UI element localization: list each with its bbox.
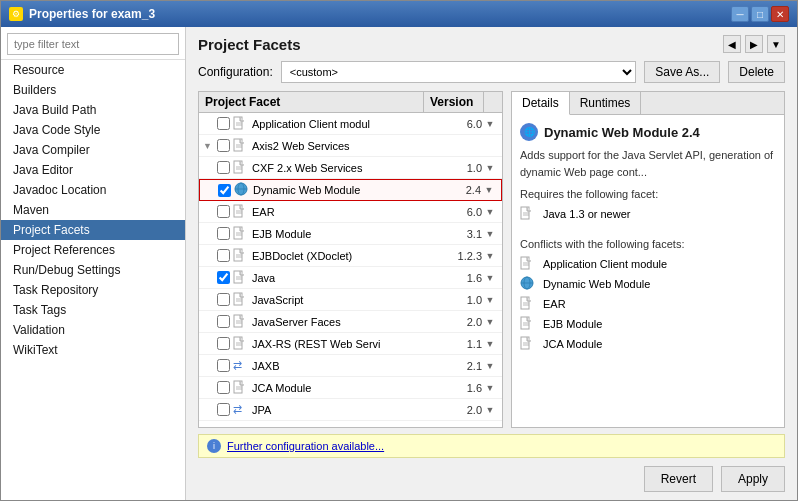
- version-dropdown-icon[interactable]: ▼: [482, 119, 498, 129]
- facet-checkbox[interactable]: [217, 315, 230, 328]
- sidebar-item-java-editor[interactable]: Java Editor: [1, 160, 185, 180]
- facet-version: 1.1: [446, 338, 482, 350]
- version-dropdown-icon[interactable]: ▼: [482, 361, 498, 371]
- sidebar-item-task-tags[interactable]: Task Tags: [1, 300, 185, 320]
- sidebar-item-java-code-style[interactable]: Java Code Style: [1, 120, 185, 140]
- facet-row[interactable]: Java1.6▼: [199, 267, 502, 289]
- facet-checkbox[interactable]: [217, 293, 230, 306]
- nav-dropdown-button[interactable]: ▼: [767, 35, 785, 53]
- search-input[interactable]: [7, 33, 179, 55]
- sidebar-item-project-facets[interactable]: Project Facets: [1, 220, 185, 240]
- facet-name: JavaServer Faces: [252, 316, 446, 328]
- facet-row[interactable]: Dynamic Web Module2.4▼: [199, 179, 502, 201]
- facet-version: 1.0: [446, 162, 482, 174]
- facet-version: 1.6: [446, 382, 482, 394]
- close-button[interactable]: ✕: [771, 6, 789, 22]
- nav-back-button[interactable]: ◀: [723, 35, 741, 53]
- sidebar-item-javadoc-location[interactable]: Javadoc Location: [1, 180, 185, 200]
- facet-row[interactable]: EAR6.0▼: [199, 201, 502, 223]
- version-dropdown-icon[interactable]: ▼: [482, 295, 498, 305]
- page-icon: [233, 248, 249, 264]
- facet-version: 3.1: [446, 228, 482, 240]
- page-icon: [520, 316, 536, 332]
- version-dropdown-icon[interactable]: ▼: [482, 339, 498, 349]
- info-link[interactable]: Further configuration available...: [227, 440, 384, 452]
- facet-name: Java: [252, 272, 446, 284]
- sidebar-item-builders[interactable]: Builders: [1, 80, 185, 100]
- page-icon: [233, 204, 249, 220]
- version-dropdown-icon[interactable]: ▼: [482, 273, 498, 283]
- page-icon: [233, 336, 249, 352]
- sidebar-item-java-build-path[interactable]: Java Build Path: [1, 100, 185, 120]
- facet-version: 6.0: [446, 206, 482, 218]
- version-dropdown-icon[interactable]: ▼: [482, 207, 498, 217]
- facet-version: 6.0: [446, 118, 482, 130]
- version-dropdown-icon[interactable]: ▼: [482, 405, 498, 415]
- nav-forward-button[interactable]: ▶: [745, 35, 763, 53]
- details-module-title: 🌐 Dynamic Web Module 2.4: [520, 123, 776, 141]
- facet-row[interactable]: JavaServer Faces2.0▼: [199, 311, 502, 333]
- facet-checkbox[interactable]: [217, 403, 230, 416]
- details-tab-details[interactable]: Details: [512, 92, 570, 115]
- conflict-item-label: EJB Module: [543, 318, 602, 330]
- facet-checkbox[interactable]: [218, 184, 231, 197]
- facet-row[interactable]: Application Client modul6.0▼: [199, 113, 502, 135]
- facet-row[interactable]: EJBDoclet (XDoclet)1.2.3▼: [199, 245, 502, 267]
- minimize-button[interactable]: ─: [731, 6, 749, 22]
- facet-checkbox[interactable]: [217, 117, 230, 130]
- facet-checkbox[interactable]: [217, 161, 230, 174]
- facet-checkbox[interactable]: [217, 359, 230, 372]
- version-dropdown-icon[interactable]: ▼: [482, 229, 498, 239]
- facet-row[interactable]: CXF 2.x Web Services1.0▼: [199, 157, 502, 179]
- facet-version: 2.1: [446, 360, 482, 372]
- sidebar-item-wikitext[interactable]: WikiText: [1, 340, 185, 360]
- facet-version: 1.6: [446, 272, 482, 284]
- info-icon: i: [207, 439, 221, 453]
- revert-button[interactable]: Revert: [644, 466, 713, 492]
- config-select[interactable]: <custom>: [281, 61, 637, 83]
- version-dropdown-icon[interactable]: ▼: [482, 383, 498, 393]
- facet-row[interactable]: ▼Axis2 Web Services: [199, 135, 502, 157]
- facet-checkbox[interactable]: [217, 139, 230, 152]
- facet-row[interactable]: JavaScript1.0▼: [199, 289, 502, 311]
- arrows-icon: ⇄: [233, 358, 249, 374]
- save-as-button[interactable]: Save As...: [644, 61, 720, 83]
- sidebar-item-task-repository[interactable]: Task Repository: [1, 280, 185, 300]
- facet-row[interactable]: JCA Module1.6▼: [199, 377, 502, 399]
- apply-button[interactable]: Apply: [721, 466, 785, 492]
- details-tab-runtimes[interactable]: Runtimes: [570, 92, 642, 114]
- facet-name: JPA: [252, 404, 446, 416]
- sidebar-item-resource[interactable]: Resource: [1, 60, 185, 80]
- version-dropdown-icon[interactable]: ▼: [482, 317, 498, 327]
- facet-checkbox[interactable]: [217, 227, 230, 240]
- facet-row[interactable]: ⇄JAXB2.1▼: [199, 355, 502, 377]
- facet-name: Dynamic Web Module: [253, 184, 445, 196]
- sidebar-item-validation[interactable]: Validation: [1, 320, 185, 340]
- facet-name: JAXB: [252, 360, 446, 372]
- main-area: Project Facets ◀ ▶ ▼ Configuration: <cus…: [186, 27, 797, 500]
- facet-checkbox[interactable]: [217, 249, 230, 262]
- conflict-item-label: EAR: [543, 298, 566, 310]
- version-dropdown-icon[interactable]: ▼: [481, 185, 497, 195]
- sidebar-item-run/debug-settings[interactable]: Run/Debug Settings: [1, 260, 185, 280]
- facet-row[interactable]: JAX-RS (REST Web Servi1.1▼: [199, 333, 502, 355]
- expander-icon: ▼: [203, 141, 217, 151]
- facet-checkbox[interactable]: [217, 337, 230, 350]
- sidebar-item-project-references[interactable]: Project References: [1, 240, 185, 260]
- maximize-button[interactable]: □: [751, 6, 769, 22]
- sidebar-item-maven[interactable]: Maven: [1, 200, 185, 220]
- facet-row[interactable]: EJB Module3.1▼: [199, 223, 502, 245]
- facet-row[interactable]: ⇄JPA2.0▼: [199, 399, 502, 421]
- sidebar-item-java-compiler[interactable]: Java Compiler: [1, 140, 185, 160]
- facet-version: 1.2.3: [446, 250, 482, 262]
- conflicts-title: Conflicts with the following facets:: [520, 238, 776, 250]
- nav-arrows: ◀ ▶ ▼: [723, 35, 785, 53]
- facet-checkbox[interactable]: [217, 205, 230, 218]
- version-dropdown-icon[interactable]: ▼: [482, 251, 498, 261]
- facet-checkbox[interactable]: [217, 271, 230, 284]
- config-label: Configuration:: [198, 65, 273, 79]
- page-icon: [520, 336, 536, 352]
- facet-checkbox[interactable]: [217, 381, 230, 394]
- version-dropdown-icon[interactable]: ▼: [482, 163, 498, 173]
- delete-button[interactable]: Delete: [728, 61, 785, 83]
